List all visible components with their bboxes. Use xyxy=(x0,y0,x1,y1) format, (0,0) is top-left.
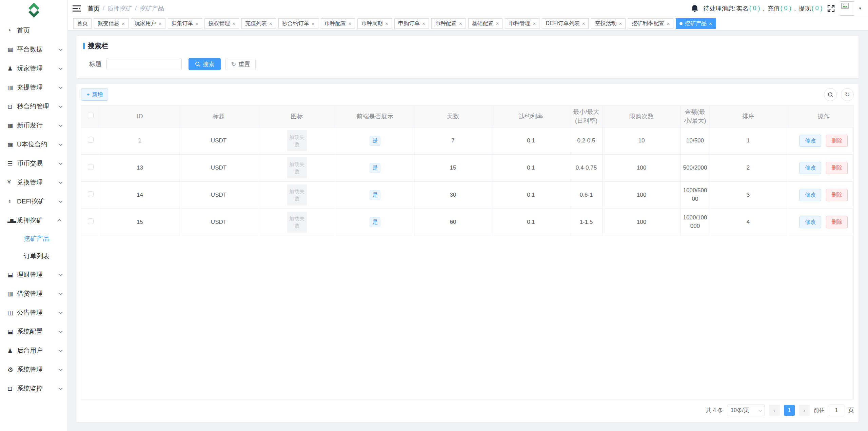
close-icon[interactable]: × xyxy=(349,21,352,26)
edit-button[interactable]: 修改 xyxy=(800,135,821,147)
tab-玩家用户[interactable]: 玩家用户× xyxy=(131,18,165,29)
show-status-tag: 是 xyxy=(370,190,380,200)
sidebar-item-coin-coin-trade[interactable]: ☰币币交易 xyxy=(0,154,67,173)
sidebar-item-label: 充提管理 xyxy=(17,83,58,92)
tab-挖矿产品[interactable]: 挖矿产品× xyxy=(676,18,716,29)
delete-button[interactable]: 删除 xyxy=(826,162,848,174)
tab-币种配置[interactable]: 币种配置× xyxy=(431,18,466,29)
tab-label: 首页 xyxy=(77,20,88,27)
fullscreen-icon[interactable] xyxy=(827,4,835,13)
sidebar-item-defi-mining[interactable]: ♁DEFI挖矿 xyxy=(0,192,67,211)
sidebar-item-lending-management[interactable]: ▥借贷管理 xyxy=(0,284,67,303)
reset-button[interactable]: ↻ 重置 xyxy=(225,58,256,70)
close-icon[interactable]: × xyxy=(159,21,162,26)
tab-label: 币种管理 xyxy=(509,20,530,27)
sidebar-item-exchange-management[interactable]: ¥兑换管理 xyxy=(0,173,67,192)
title-search-input[interactable] xyxy=(106,58,182,70)
sidebar-item-player-management[interactable]: ♟玩家管理 xyxy=(0,59,67,78)
bell-icon[interactable] xyxy=(691,4,698,13)
edit-button[interactable]: 修改 xyxy=(800,216,821,228)
select-all-checkbox[interactable] xyxy=(88,113,94,118)
cell-value: 10/500 xyxy=(681,137,710,145)
sidebar-subitem-mining-products[interactable]: 挖矿产品 xyxy=(0,230,67,248)
close-icon[interactable]: × xyxy=(422,21,425,26)
chevron-down-icon xyxy=(758,408,762,412)
cell-value: USDT xyxy=(180,164,258,172)
sidebar-item-backend-users[interactable]: ♟后台用户 xyxy=(0,341,67,360)
table-refresh-button[interactable]: ↻ xyxy=(841,88,854,101)
tab-归集订单[interactable]: 归集订单× xyxy=(168,18,202,29)
close-icon[interactable]: × xyxy=(312,21,315,26)
sidebar-item-platform-data[interactable]: ▤平台数据 xyxy=(0,40,67,59)
tab-币种配置[interactable]: 币种配置× xyxy=(321,18,355,29)
page-number-1[interactable]: 1 xyxy=(784,405,795,416)
column-header-label: 天数 xyxy=(414,112,492,121)
tab-账变信息[interactable]: 账变信息× xyxy=(94,18,129,29)
avatar[interactable] xyxy=(840,1,854,16)
goto-page-input[interactable] xyxy=(829,405,844,416)
row-checkbox[interactable] xyxy=(88,191,94,197)
tab-挖矿利率配置[interactable]: 挖矿利率配置× xyxy=(628,18,673,29)
tab-label: 空投活动 xyxy=(595,20,616,27)
collapse-menu-icon[interactable] xyxy=(73,5,81,12)
close-icon[interactable]: × xyxy=(619,21,622,26)
user-menu-caret-icon[interactable]: ▾ xyxy=(859,6,861,11)
close-icon[interactable]: × xyxy=(582,21,585,26)
tab-秒合约订单[interactable]: 秒合约订单× xyxy=(278,18,318,29)
tab-申购订单[interactable]: 申购订单× xyxy=(394,18,429,29)
breadcrumb-item[interactable]: 首页 xyxy=(87,4,100,13)
sidebar-item-u-margin-contract[interactable]: ▩U本位合约 xyxy=(0,135,67,154)
sidebar-item-label: 质押挖矿 xyxy=(17,216,58,225)
sidebar-item-home[interactable]: ◔首页 xyxy=(0,21,67,40)
close-icon[interactable]: × xyxy=(122,21,125,26)
close-icon[interactable]: × xyxy=(667,21,670,26)
delete-button[interactable]: 删除 xyxy=(826,189,848,201)
row-checkbox[interactable] xyxy=(88,164,94,170)
search-button[interactable]: 搜索 xyxy=(189,58,221,70)
dashboard-icon: ◔ xyxy=(7,27,17,34)
sidebar-item-new-coin-issue[interactable]: ▦新币发行 xyxy=(0,116,67,135)
sidebar-item-seconds-contract-management[interactable]: ⊡秒合约管理 xyxy=(0,97,67,116)
sidebar-item-system-management[interactable]: ⚙系统管理 xyxy=(0,360,67,379)
page-size-select[interactable]: 10条/页 xyxy=(727,405,765,416)
row-checkbox[interactable] xyxy=(88,137,94,143)
close-icon[interactable]: × xyxy=(459,21,462,26)
next-page-button[interactable]: › xyxy=(799,405,810,416)
breadcrumb-item[interactable]: 质押挖矿 xyxy=(107,4,132,13)
delete-button[interactable]: 删除 xyxy=(826,135,848,147)
row-checkbox[interactable] xyxy=(88,218,94,224)
sidebar-item-notice-management[interactable]: ◫公告管理 xyxy=(0,303,67,322)
add-button[interactable]: + 新增 xyxy=(81,89,108,101)
table-search-toggle-button[interactable] xyxy=(824,88,837,101)
sidebar-item-system-monitor[interactable]: ⊡系统监控 xyxy=(0,379,67,398)
delete-button[interactable]: 删除 xyxy=(826,216,848,228)
close-icon[interactable]: × xyxy=(269,21,272,26)
sidebar-item-system-config[interactable]: ▤系统配置 xyxy=(0,322,67,341)
edit-button[interactable]: 修改 xyxy=(800,162,821,174)
tab-充值列表[interactable]: 充值列表× xyxy=(241,18,276,29)
close-icon[interactable]: × xyxy=(385,21,388,26)
tab-label: 币种周期 xyxy=(361,20,383,27)
close-icon[interactable]: × xyxy=(196,21,199,26)
prev-page-button[interactable]: ‹ xyxy=(769,405,780,416)
tab-币种周期[interactable]: 币种周期× xyxy=(357,18,392,29)
close-icon[interactable]: × xyxy=(232,21,235,26)
close-icon[interactable]: × xyxy=(496,21,499,26)
close-icon[interactable]: × xyxy=(709,21,712,26)
breadcrumb-item[interactable]: 挖矿产品 xyxy=(140,4,164,13)
tab-币种管理[interactable]: 币种管理× xyxy=(505,18,539,29)
tab-授权管理[interactable]: 授权管理× xyxy=(204,18,239,29)
sidebar-item-staking-mining[interactable]: ▂▆▃质押挖矿 xyxy=(0,211,67,230)
edit-button[interactable]: 修改 xyxy=(800,189,821,201)
sidebar-item-label: U本位合约 xyxy=(17,140,58,149)
tab-空投活动[interactable]: 空投活动× xyxy=(591,18,626,29)
cell-value: 0.1 xyxy=(492,191,570,199)
tab-基础配置[interactable]: 基础配置× xyxy=(468,18,503,29)
sidebar-subitem-order-list[interactable]: 订单列表 xyxy=(0,248,67,265)
sidebar-item-finance-management[interactable]: ▤理财管理 xyxy=(0,265,67,284)
tab-DEFI订单列表[interactable]: DEFI订单列表× xyxy=(542,18,589,29)
sidebar-item-deposit-withdraw-management[interactable]: ▥充提管理 xyxy=(0,78,67,97)
column-header-actions: 操作 xyxy=(787,105,854,127)
close-icon[interactable]: × xyxy=(533,21,536,26)
tab-首页[interactable]: 首页 xyxy=(73,18,92,29)
